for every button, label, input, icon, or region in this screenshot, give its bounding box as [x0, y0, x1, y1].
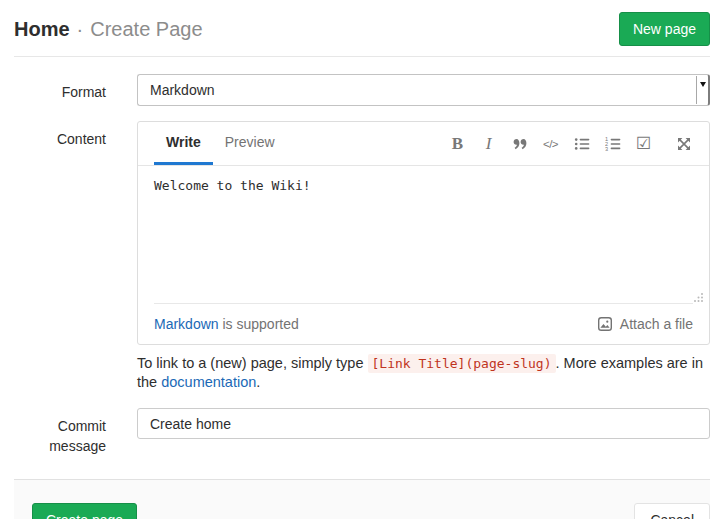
- code-icon[interactable]: </>: [541, 134, 560, 153]
- commit-message-input[interactable]: [137, 408, 710, 439]
- content-field: Write Preview B I </>: [137, 121, 710, 392]
- page: Home·Create Page New page Format Markdow…: [0, 0, 725, 519]
- italic-icon[interactable]: I: [479, 134, 498, 153]
- link-syntax-code: [Link Title](page-slug): [368, 354, 556, 373]
- page-title: Home: [14, 18, 70, 40]
- markdown-link[interactable]: Markdown: [154, 316, 219, 332]
- fullscreen-icon[interactable]: [674, 134, 693, 153]
- format-select[interactable]: Markdown: [137, 74, 710, 106]
- chevron-down-icon: [696, 76, 708, 104]
- tab-write[interactable]: Write: [154, 122, 213, 165]
- link-hint-text: To link to a (new) page, simply type [Li…: [137, 354, 710, 392]
- new-page-button[interactable]: New page: [619, 12, 710, 46]
- breadcrumb: Home·Create Page: [14, 18, 203, 41]
- form-actions: Create page Cancel: [14, 479, 710, 519]
- markdown-supported-text: Markdown is supported: [154, 316, 299, 332]
- breadcrumb-separator: ·: [77, 18, 84, 40]
- attach-file-button[interactable]: Attach a file: [597, 316, 693, 332]
- svg-text:3: 3: [605, 146, 608, 152]
- page-header: Home·Create Page New page: [14, 0, 710, 57]
- resize-grip-icon[interactable]: [693, 289, 704, 300]
- bullet-list-icon[interactable]: [572, 134, 591, 153]
- markdown-editor: Write Preview B I </>: [137, 121, 710, 345]
- attach-file-label: Attach a file: [620, 316, 693, 332]
- format-row: Format Markdown: [14, 74, 710, 106]
- editor-toolbar: Write Preview B I </>: [138, 122, 709, 166]
- content-row: Content Write Preview B I: [14, 121, 710, 392]
- editor-body: Welcome to the Wiki!: [138, 166, 709, 303]
- editor-tools: B I </>: [448, 122, 693, 165]
- bold-icon[interactable]: B: [448, 134, 467, 153]
- tab-preview[interactable]: Preview: [213, 122, 287, 165]
- task-list-icon[interactable]: ☑: [634, 134, 653, 153]
- page-subtitle: Create Page: [90, 18, 202, 40]
- create-page-button[interactable]: Create page: [32, 503, 137, 519]
- commit-row: Commit message: [14, 408, 710, 456]
- editor-footer: Markdown is supported Attach a file: [138, 304, 709, 344]
- image-icon: [597, 316, 613, 332]
- cancel-button[interactable]: Cancel: [634, 503, 710, 519]
- content-label: Content: [14, 121, 106, 392]
- commit-message-label: Commit message: [14, 408, 106, 456]
- format-select-value: Markdown: [150, 82, 215, 98]
- format-label: Format: [14, 74, 106, 106]
- quote-icon[interactable]: [510, 134, 529, 153]
- documentation-link[interactable]: documentation: [161, 374, 256, 390]
- numbered-list-icon[interactable]: 1 2 3: [603, 134, 622, 153]
- content-textarea[interactable]: Welcome to the Wiki!: [138, 166, 709, 303]
